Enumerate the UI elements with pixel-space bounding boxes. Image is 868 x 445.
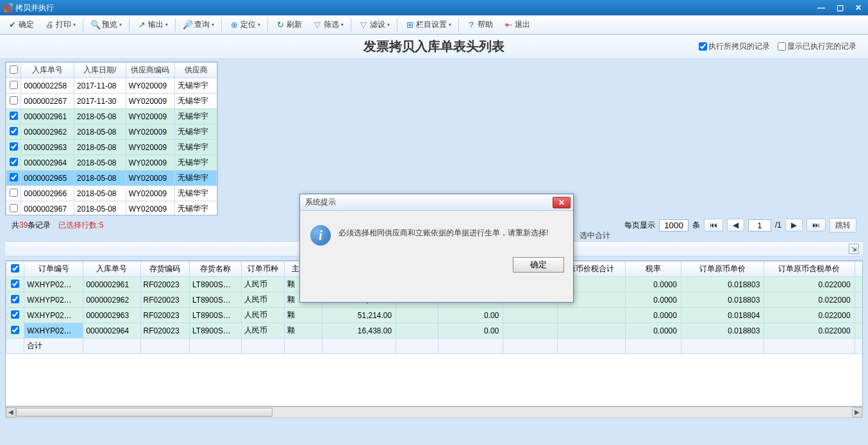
cell[interactable]: 0. [855, 308, 863, 323]
column-header[interactable]: 供应商 [175, 63, 217, 78]
cell[interactable]: WY020009 [126, 155, 174, 171]
cell[interactable]: 无锡华宇 [175, 78, 217, 94]
cell[interactable]: 0000002966 [21, 186, 74, 201]
select-all-checkbox[interactable] [11, 264, 19, 273]
column-header[interactable]: 供应商编码 [126, 63, 174, 78]
cell[interactable]: 无锡华宇 [175, 171, 217, 186]
row-checkbox[interactable] [10, 127, 18, 135]
nav-next-button[interactable]: ▶ [785, 219, 803, 231]
cell[interactable]: 0.018804 [681, 308, 764, 323]
cell[interactable]: WY020009 [126, 201, 174, 216]
cell[interactable]: 颗 [285, 323, 322, 339]
cell[interactable]: 人民币 [242, 292, 285, 308]
cell[interactable]: 0000002963 [21, 140, 74, 155]
page-size-input[interactable] [659, 219, 689, 231]
toolbar-退出-button[interactable]: ⇤退出 [499, 17, 535, 32]
cell[interactable]: 0000002961 [83, 277, 140, 292]
cell[interactable]: 无锡华宇 [175, 140, 217, 155]
cell[interactable]: 0000002258 [21, 78, 74, 94]
table-row[interactable]: 00000029612018-05-08WY020009无锡华宇 [6, 109, 217, 124]
cell[interactable]: WY020009 [126, 124, 174, 140]
cell[interactable]: 2017-11-08 [74, 78, 126, 94]
cell[interactable]: WY020009 [126, 94, 174, 109]
cell[interactable]: 51,214.00 [322, 308, 396, 323]
cell[interactable]: 无锡华宇 [175, 109, 217, 124]
cell[interactable]: 0000002967 [21, 201, 74, 216]
cell[interactable]: 无锡华宇 [175, 124, 217, 140]
toolbar-查询-button[interactable]: 🔎查询▾ [178, 17, 219, 32]
close-button[interactable]: ✕ [853, 3, 864, 12]
cell[interactable]: WY020009 [126, 109, 174, 124]
cell[interactable]: 2017-11-30 [74, 94, 126, 109]
cell[interactable]: WXHYP02… [24, 323, 83, 339]
cell[interactable]: 0.018803 [681, 277, 764, 292]
row-checkbox[interactable] [11, 326, 19, 334]
cell[interactable]: 2018-05-08 [74, 171, 126, 186]
cell[interactable] [503, 323, 558, 339]
dialog-ok-button[interactable]: 确定 [513, 257, 564, 273]
cell[interactable]: LT8900S… [190, 308, 242, 323]
column-header[interactable]: 入库日期/ [74, 63, 126, 78]
cell[interactable]: WY020009 [126, 140, 174, 155]
cell[interactable]: WY020009 [126, 78, 174, 94]
row-checkbox[interactable] [10, 81, 18, 89]
cell[interactable]: LT8900S… [190, 277, 242, 292]
expand-icon[interactable]: ⇲ [849, 244, 859, 254]
table-row[interactable]: 00000029642018-05-08WY020009无锡华宇 [6, 155, 217, 171]
cell[interactable]: 0. [855, 292, 863, 308]
cell[interactable]: WXHYP02… [24, 292, 83, 308]
cell[interactable]: 0.0000 [625, 308, 681, 323]
cell[interactable]: 0.00 [438, 323, 503, 339]
cell[interactable]: 2018-05-08 [74, 109, 126, 124]
column-header[interactable]: 税率 [625, 262, 681, 277]
row-checkbox[interactable] [10, 189, 18, 197]
column-header[interactable]: 订单原币单价 [681, 262, 764, 277]
opt-exec-copied[interactable]: 执行所拷贝的记录 [699, 41, 770, 52]
column-header[interactable]: 入库单号 [83, 262, 140, 277]
row-checkbox[interactable] [11, 310, 19, 319]
opt-show-done[interactable]: 显示已执行完的记录 [778, 41, 856, 52]
table-row[interactable]: 00000029652018-05-08WY020009无锡华宇 [6, 171, 217, 186]
cell[interactable]: 0000002961 [21, 109, 74, 124]
minimize-button[interactable]: — [815, 3, 828, 12]
nav-prev-button[interactable]: ◀ [727, 219, 744, 231]
table-row[interactable]: WXHYP02…0000002963RF020023LT8900S…人民币颗51… [6, 308, 864, 323]
table-row[interactable]: 00000029672018-05-08WY020009无锡华宇 [6, 201, 217, 216]
cell[interactable]: 0.022000 [764, 292, 855, 308]
cell[interactable]: 16,438.00 [322, 323, 396, 339]
column-header[interactable]: 入库单号 [21, 63, 74, 78]
cell[interactable]: 2018-05-08 [74, 155, 126, 171]
cell[interactable]: WY020009 [126, 171, 174, 186]
cell[interactable]: LT8900S… [190, 323, 242, 339]
cell[interactable]: 0. [855, 277, 863, 292]
cell[interactable] [558, 308, 626, 323]
toolbar-预览-button[interactable]: 🔍预览▾ [86, 17, 126, 32]
cell[interactable]: 2018-05-08 [74, 186, 126, 201]
table-row[interactable]: 00000029622018-05-08WY020009无锡华宇 [6, 124, 217, 140]
column-header[interactable]: 存货名称 [190, 262, 242, 277]
cell[interactable]: 颗 [285, 308, 322, 323]
row-checkbox[interactable] [10, 204, 18, 212]
maximize-button[interactable]: ▢ [834, 3, 846, 12]
row-checkbox[interactable] [10, 96, 18, 105]
cell[interactable]: 2018-05-08 [74, 140, 126, 155]
toolbar-滤设-button[interactable]: ▽滤设▾ [354, 17, 394, 32]
column-header[interactable]: 订单币种 [242, 262, 285, 277]
cell[interactable]: 2018-05-08 [74, 124, 126, 140]
row-checkbox[interactable] [10, 158, 18, 166]
column-header[interactable]: 订单原币含税单价 [764, 262, 855, 277]
select-all-checkbox[interactable] [10, 65, 18, 74]
toolbar-筛选-button[interactable]: ▽筛选▾ [308, 17, 348, 32]
toolbar-帮助-button[interactable]: ?帮助 [462, 17, 497, 32]
table-row[interactable]: WXHYP02…0000002964RF020023LT8900S…人民币颗16… [6, 323, 864, 339]
column-header[interactable] [855, 262, 863, 277]
cell[interactable]: 无锡华宇 [175, 201, 217, 216]
cell[interactable]: LT8900S… [190, 292, 242, 308]
cell[interactable]: 0.018803 [681, 323, 764, 339]
cell[interactable]: 0000002964 [21, 155, 74, 171]
cell[interactable]: WXHYP02… [24, 308, 83, 323]
header-table[interactable]: 入库单号入库日期/供应商编码供应商00000022582017-11-08WY0… [6, 62, 217, 215]
cell[interactable]: 0000002267 [21, 94, 74, 109]
column-header[interactable]: 存货编码 [140, 262, 190, 277]
cell[interactable]: 0.022000 [764, 323, 855, 339]
